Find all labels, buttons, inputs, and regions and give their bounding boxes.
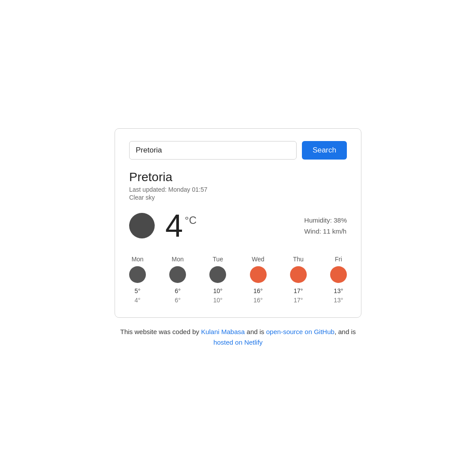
forecast-day: Mon6°6° (169, 256, 186, 305)
netlify-link[interactable]: hosted on Netlify (213, 338, 263, 346)
forecast-low: 17° (294, 296, 303, 305)
forecast-day: Mon5°4° (129, 256, 146, 305)
forecast-day-icon (250, 266, 267, 283)
forecast-low: 4° (134, 296, 140, 305)
forecast-day-temps: 6°6° (175, 286, 180, 305)
forecast-day-icon (330, 266, 347, 283)
forecast-day-icon (169, 266, 186, 283)
forecast-high: 13° (334, 286, 343, 296)
forecast-day-icon (129, 266, 146, 283)
forecast-day-label: Mon (131, 256, 143, 263)
forecast-day-label: Thu (293, 256, 304, 263)
forecast-day-temps: 5°4° (134, 286, 140, 305)
forecast-day-temps: 13°13° (334, 286, 343, 305)
current-weather: 4 °C Humidity: 38% Wind: 11 km/h (129, 210, 347, 242)
footer: This website was coded by Kulani Mabasa … (115, 327, 361, 348)
forecast-low: 13° (334, 296, 343, 305)
wind-text: Wind: 11 km/h (304, 226, 347, 237)
forecast-day: Thu17°17° (290, 256, 307, 305)
current-weather-icon (129, 213, 155, 238)
temperature-number: 4 (165, 210, 183, 242)
footer-middle: and is (245, 328, 266, 335)
forecast-day-temps: 10°10° (213, 286, 223, 305)
last-updated: Last updated: Monday 01:57 (129, 186, 347, 193)
weather-card: Search Pretoria Last updated: Monday 01:… (115, 128, 361, 318)
footer-suffix: , and is (335, 328, 356, 335)
weather-details: Humidity: 38% Wind: 11 km/h (304, 215, 347, 237)
forecast-high: 16° (253, 286, 263, 296)
city-name: Pretoria (129, 170, 347, 184)
forecast-day: Fri13°13° (330, 256, 347, 305)
forecast-day: Tue10°10° (209, 256, 226, 305)
forecast-day-temps: 16°16° (253, 286, 263, 305)
forecast-high: 10° (213, 286, 223, 296)
humidity-text: Humidity: 38% (304, 215, 347, 226)
search-button[interactable]: Search (302, 141, 347, 160)
forecast-high: 17° (294, 286, 303, 296)
forecast-day-temps: 17°17° (294, 286, 303, 305)
forecast-high: 6° (175, 286, 180, 296)
city-info: Pretoria Last updated: Monday 01:57 Clea… (129, 170, 347, 201)
forecast-day-label: Tue (213, 256, 223, 263)
forecast-day-icon (209, 266, 226, 283)
footer-prefix: This website was coded by (120, 328, 201, 335)
condition-text: Clear sky (129, 194, 347, 201)
temperature-unit: °C (185, 214, 197, 227)
forecast-day-label: Wed (252, 256, 264, 263)
forecast-low: 16° (253, 296, 263, 305)
forecast-low: 6° (175, 296, 180, 305)
forecast-row: Mon5°4°Mon6°6°Tue10°10°Wed16°16°Thu17°17… (129, 256, 347, 305)
search-input[interactable] (129, 141, 297, 160)
temperature-display: 4 °C (165, 210, 197, 242)
forecast-high: 5° (134, 286, 140, 296)
search-row: Search (129, 141, 347, 160)
forecast-day-label: Fri (335, 256, 342, 263)
github-link[interactable]: open-source on GitHub (266, 328, 335, 335)
main-container: Search Pretoria Last updated: Monday 01:… (0, 128, 476, 348)
author-link[interactable]: Kulani Mabasa (201, 328, 245, 335)
forecast-day: Wed16°16° (250, 256, 267, 305)
forecast-low: 10° (213, 296, 223, 305)
forecast-day-icon (290, 266, 307, 283)
forecast-day-label: Mon (172, 256, 184, 263)
